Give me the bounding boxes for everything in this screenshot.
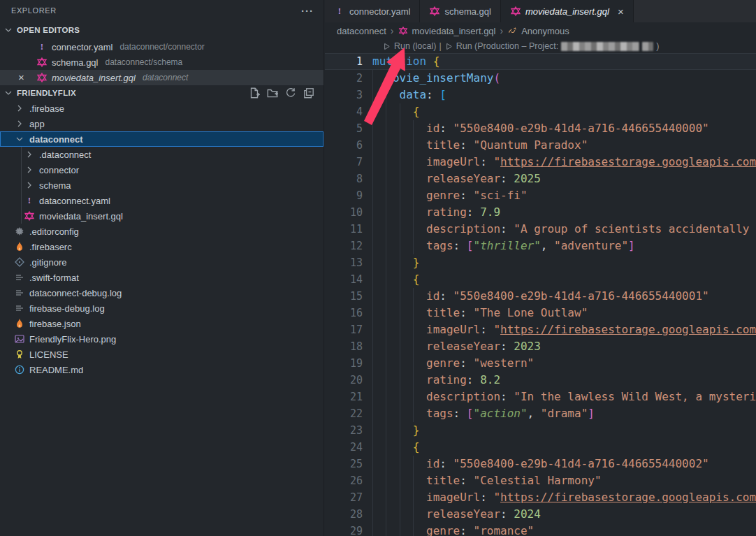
- close-icon[interactable]: ×: [18, 72, 24, 83]
- tree-item--dataconnect[interactable]: .dataconnect: [0, 147, 324, 162]
- tree-indent-guide: [21, 147, 22, 224]
- indent-guide: [413, 137, 414, 154]
- indent-guide: [400, 355, 400, 372]
- tab-label: schema.gql: [444, 6, 490, 17]
- file-tree: .firebaseappdataconnect.dataconnectconne…: [0, 101, 324, 377]
- tree-item--gitignore[interactable]: .gitignore: [0, 254, 324, 270]
- indent-guide: [386, 154, 386, 171]
- indent-guide: [372, 355, 373, 372]
- breadcrumb-item[interactable]: Anonymous: [521, 26, 569, 36]
- tree-item-firebase-debug-log[interactable]: firebase-debug.log: [0, 300, 324, 316]
- codelens-divider: |: [439, 41, 441, 51]
- indent-guide: [372, 70, 373, 87]
- tree-item--editorconfig[interactable]: .editorconfig: [0, 224, 324, 239]
- code-editor[interactable]: 1234567891011121314151617181920212223242…: [325, 53, 756, 536]
- tab-moviedata-insert-gql[interactable]: moviedata_insert.gql×: [501, 0, 634, 22]
- tree-item-license[interactable]: LICENSE: [0, 347, 324, 362]
- graphql-icon: [36, 72, 48, 83]
- indent-guide: [400, 405, 400, 422]
- indent-guide: [386, 204, 386, 221]
- indent-guide: [413, 321, 414, 338]
- editor-pane: !connector.yamlschema.gqlmoviedata_inser…: [325, 0, 756, 536]
- graphql-icon: [398, 26, 408, 36]
- indent-guide: [372, 171, 373, 187]
- run-local-button[interactable]: Run (local): [394, 41, 436, 51]
- collapse-all-icon[interactable]: [303, 87, 315, 99]
- indent-guide: [372, 389, 373, 405]
- vscode-window: EXPLORER ··· OPEN EDITORS !connector.yam…: [0, 0, 756, 536]
- chevron-right-icon: [14, 103, 25, 114]
- lines-icon: [14, 287, 25, 298]
- indent-guide: [386, 355, 386, 372]
- code-line-15: id: "550e8400-e29b-41d4-a716-44665544000…: [325, 288, 756, 305]
- open-editor-item[interactable]: ×moviedata_insert.gqldataconnect: [0, 70, 324, 85]
- indent-guide: [386, 305, 386, 321]
- code-line-20: rating: 8.2: [325, 372, 756, 389]
- indent-guide: [372, 321, 373, 338]
- chevron-down-icon: [3, 24, 14, 36]
- new-folder-icon[interactable]: [266, 87, 279, 99]
- workspace-label: FRIENDLYFLIX: [17, 89, 76, 97]
- indent-guide: [400, 120, 400, 137]
- tree-item--firebaserc[interactable]: .firebaserc: [0, 239, 324, 254]
- code-line-16: title: "The Lone Outlaw": [325, 305, 756, 321]
- open-editors-header[interactable]: OPEN EDITORS: [0, 21, 324, 39]
- code-line-19: genre: "western": [325, 355, 756, 372]
- tree-item-firebase-json[interactable]: firebase.json: [0, 316, 324, 331]
- tree-item-dataconnect-yaml[interactable]: !dataconnect.yaml: [0, 193, 324, 208]
- breadcrumb-item[interactable]: moviedata_insert.gql: [412, 26, 496, 36]
- tree-item-label: README.md: [29, 365, 83, 375]
- tree-item-app[interactable]: app: [0, 116, 324, 131]
- indent-guide: [372, 405, 373, 422]
- flame-icon: [14, 241, 25, 252]
- lines-icon: [14, 303, 25, 314]
- indent-guide: [413, 154, 414, 171]
- indent-guide: [400, 456, 400, 472]
- tab-connector-yaml[interactable]: !connector.yaml: [325, 0, 420, 22]
- indent-guide: [400, 439, 400, 456]
- code-line-9: genre: "sci-fi": [325, 187, 756, 204]
- indent-guide: [372, 120, 373, 137]
- tree-item-friendlyflix-hero-png[interactable]: FriendlyFlix-Hero.png: [0, 331, 324, 347]
- indent-guide: [386, 187, 386, 204]
- indent-guide: [413, 204, 414, 221]
- open-editor-path: dataconnect/schema: [105, 57, 182, 67]
- tree-item--firebase[interactable]: .firebase: [0, 101, 324, 116]
- open-editor-item[interactable]: schema.gqldataconnect/schema: [0, 55, 324, 70]
- tree-item-schema[interactable]: schema: [0, 178, 324, 193]
- code-line-28: releaseYear: 2024: [325, 506, 756, 523]
- code-line-1: mutation {: [325, 53, 756, 70]
- indent-guide: [372, 305, 373, 321]
- code-line-23: }: [325, 422, 756, 439]
- tree-item-dataconnect[interactable]: dataconnect: [0, 131, 324, 147]
- breadcrumb-item[interactable]: dataconnect: [337, 26, 386, 36]
- tree-item-dataconnect-debug-log[interactable]: dataconnect-debug.log: [0, 285, 324, 300]
- tree-item-moviedata-insert-gql[interactable]: moviedata_insert.gql: [0, 208, 324, 224]
- tab-bar: !connector.yamlschema.gqlmoviedata_inser…: [325, 0, 756, 22]
- indent-guide: [400, 238, 400, 254]
- tree-item-label: .editorconfig: [29, 226, 79, 237]
- tree-item--swift-format[interactable]: .swift-format: [0, 270, 324, 285]
- refresh-icon[interactable]: [284, 87, 297, 99]
- indent-guide: [386, 103, 386, 120]
- codelens-row: Run (local) | Run (Production – Project:…: [325, 39, 756, 53]
- tree-item-readme-md[interactable]: README.md: [0, 362, 324, 377]
- tree-item-connector[interactable]: connector: [0, 162, 324, 178]
- tab-schema-gql[interactable]: schema.gql: [420, 0, 500, 22]
- indent-guide: [372, 489, 373, 506]
- new-file-icon[interactable]: [248, 87, 261, 99]
- close-icon[interactable]: ×: [618, 6, 624, 17]
- more-actions-icon[interactable]: ···: [301, 5, 314, 17]
- workspace-header[interactable]: FRIENDLYFLIX: [0, 85, 324, 101]
- code-line-12: tags: ["thriller", "adventure"]: [325, 238, 756, 254]
- indent-guide: [413, 489, 414, 506]
- indent-guide: [372, 338, 373, 355]
- indent-guide: [400, 338, 400, 355]
- breadcrumb[interactable]: dataconnect›moviedata_insert.gql›Anonymo…: [325, 22, 756, 39]
- open-editor-item[interactable]: !connector.yamldataconnect/connector: [0, 39, 324, 55]
- indent-guide: [400, 321, 400, 338]
- run-production-button[interactable]: Run (Production – Project:: [456, 41, 559, 51]
- tree-item-label: app: [29, 119, 45, 129]
- code-line-4: {: [325, 103, 756, 120]
- indent-guide: [386, 489, 386, 506]
